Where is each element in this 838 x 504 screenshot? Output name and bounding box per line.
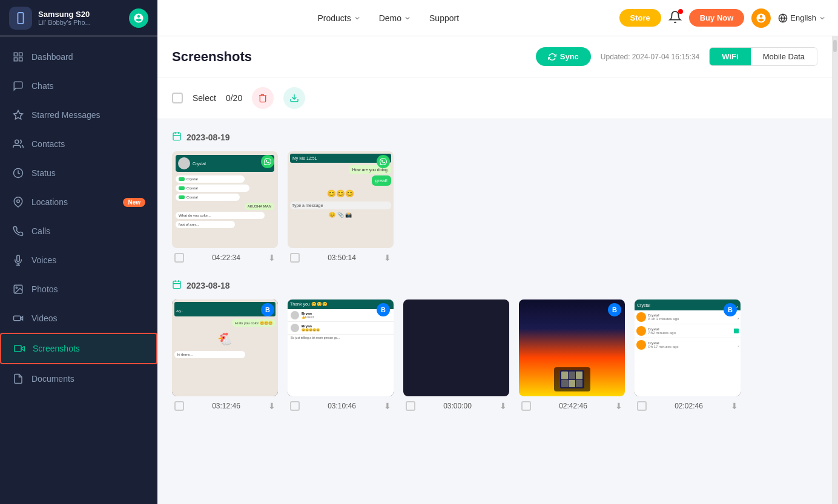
sync-button[interactable]: Sync: [536, 47, 591, 66]
photos-icon: [12, 283, 24, 295]
sidebar-label-voices: Voices: [31, 255, 145, 265]
select-all-checkbox[interactable]: [172, 93, 183, 103]
videos-icon: [12, 312, 24, 324]
date-header-2: 2023-08-18: [172, 280, 817, 291]
whatsapp-badge-4: B: [377, 303, 390, 316]
screenshot-time-1: 04:22:34: [212, 254, 240, 262]
screenshot-thumb-2: My Me 12:51 How are you doing great! 😊😊😊…: [288, 151, 394, 248]
sidebar-item-screenshots[interactable]: Screenshots: [0, 333, 157, 364]
sidebar-label-starred: Starred Messages: [31, 110, 145, 120]
scrollbar-thumb[interactable]: [833, 40, 837, 52]
header-actions: Sync Updated: 2024-07-04 16:15:34 WiFi M…: [536, 47, 817, 66]
screenshot-footer-2: 03:50:14 ⬇: [288, 248, 394, 265]
svg-point-9: [15, 140, 19, 143]
wifi-button[interactable]: WiFi: [710, 48, 750, 65]
sidebar-item-videos[interactable]: Videos: [0, 304, 157, 333]
screenshot-checkbox-2[interactable]: [290, 253, 300, 263]
sidebar-item-locations[interactable]: Locations New: [0, 188, 157, 217]
star-icon: [12, 109, 24, 121]
whatsapp-badge-6: B: [608, 303, 621, 316]
download-icon-4[interactable]: ⬇: [384, 401, 391, 411]
screenshot-footer-1: 04:22:34 ⬇: [172, 248, 278, 265]
sidebar-item-voices[interactable]: Voices: [0, 246, 157, 275]
brand-section: Samsung S20 Lil' Bobby's Pho...: [0, 0, 157, 36]
screenshot-thumb-1: Crystal Crystal Crystal Crystal AKUSHA M…: [172, 151, 278, 248]
nav-right: Store Buy Now English: [619, 0, 839, 36]
screenshot-footer-6: 02:42:46 ⬇: [519, 396, 625, 413]
buy-now-button[interactable]: Buy Now: [689, 9, 745, 27]
svg-point-11: [17, 200, 20, 203]
language-selector[interactable]: English: [778, 13, 826, 23]
screenshot-thumb-3: Aly.. Hi its you color 😄😄😄 🐔 hi there...…: [172, 299, 278, 396]
list-item: B 02:42:46 ⬇: [519, 299, 625, 413]
download-icon-7[interactable]: ⬇: [731, 401, 738, 411]
download-all-button[interactable]: [283, 87, 305, 109]
select-label: Select: [193, 93, 216, 103]
download-icon-6[interactable]: ⬇: [615, 401, 622, 411]
svg-rect-18: [15, 345, 21, 352]
list-item: Crystal CrystalA 1h 3 minutes ago: [635, 299, 741, 413]
sidebar-item-starred[interactable]: Starred Messages: [0, 100, 157, 129]
screenshot-checkbox-3[interactable]: [174, 401, 184, 411]
sidebar: Dashboard Chats Starred Messages Contact…: [0, 36, 157, 504]
screenshot-time-3: 03:12:46: [212, 402, 240, 410]
date-header-1: 2023-08-19: [172, 131, 817, 143]
svg-rect-4: [14, 53, 17, 56]
screenshot-checkbox-4[interactable]: [290, 401, 300, 411]
nav-demo[interactable]: Demo: [379, 13, 411, 23]
screenshot-time-7: 02:02:46: [675, 402, 703, 410]
device-info: Samsung S20 Lil' Bobby's Pho...: [38, 10, 91, 26]
svg-point-15: [16, 287, 17, 288]
svg-rect-20: [173, 133, 180, 140]
whatsapp-badge-7: B: [724, 303, 737, 316]
brand-avatar: [129, 8, 148, 28]
mobile-data-button[interactable]: Mobile Data: [751, 48, 817, 65]
calls-icon: [12, 225, 24, 237]
screenshot-thumb-4: Thank you 😊😊😊 Bryan 👍Friend: [288, 299, 394, 396]
download-icon-3[interactable]: ⬇: [268, 401, 275, 411]
dashboard-icon: [12, 51, 24, 63]
sidebar-item-status[interactable]: Status: [0, 159, 157, 188]
notifications-bell[interactable]: [668, 10, 682, 26]
store-button[interactable]: Store: [619, 9, 661, 27]
date-section-2023-08-19: 2023-08-19 Crystal Cry: [172, 131, 817, 265]
download-icon-1[interactable]: ⬇: [268, 253, 275, 263]
svg-rect-6: [19, 58, 22, 61]
sidebar-label-chats: Chats: [31, 81, 145, 91]
list-item: Crystal Crystal Crystal Crystal AKUSHA M…: [172, 151, 278, 265]
date-label-2: 2023-08-18: [186, 281, 230, 290]
sidebar-item-photos[interactable]: Photos: [0, 275, 157, 304]
screenshot-footer-4: 03:10:46 ⬇: [288, 396, 394, 413]
screenshot-time-5: 03:00:00: [443, 402, 472, 410]
svg-rect-24: [173, 281, 180, 289]
list-item: Aly.. Hi its you color 😄😄😄 🐔 hi there...…: [172, 299, 278, 413]
svg-rect-7: [14, 58, 17, 61]
screenshot-time-6: 02:42:46: [559, 402, 587, 410]
screenshots-scrollable[interactable]: 2023-08-19 Crystal Cry: [157, 119, 832, 504]
screenshot-checkbox-7[interactable]: [637, 401, 647, 411]
whatsapp-badge-2: [377, 155, 390, 168]
sidebar-item-dashboard[interactable]: Dashboard: [0, 42, 157, 71]
download-icon-2[interactable]: ⬇: [384, 253, 391, 263]
delete-button[interactable]: [252, 87, 274, 109]
notification-dot: [678, 9, 683, 14]
sidebar-item-calls[interactable]: Calls: [0, 217, 157, 246]
screenshot-checkbox-5[interactable]: [406, 401, 415, 411]
sidebar-item-chats[interactable]: Chats: [0, 71, 157, 100]
screenshot-thumb-7: Crystal CrystalA 1h 3 minutes ago: [635, 299, 741, 396]
nav-support[interactable]: Support: [429, 13, 459, 23]
sidebar-item-documents[interactable]: Documents: [0, 364, 157, 393]
sidebar-label-locations: Locations: [31, 197, 116, 207]
documents-icon: [12, 373, 24, 385]
download-icon-5[interactable]: ⬇: [500, 401, 507, 411]
nav-products[interactable]: Products: [317, 13, 360, 23]
screenshot-thumb-5: [403, 299, 509, 396]
voices-icon: [12, 254, 24, 266]
date-section-2023-08-18: 2023-08-18 Aly.. Hi its you color 😄😄😄: [172, 280, 817, 413]
screenshot-checkbox-1[interactable]: [174, 253, 184, 263]
page-title: Screenshots: [172, 49, 252, 65]
user-avatar[interactable]: [751, 8, 771, 28]
sidebar-item-contacts[interactable]: Contacts: [0, 129, 157, 159]
screenshot-checkbox-6[interactable]: [521, 401, 531, 411]
screenshot-footer-5: 03:00:00 ⬇: [403, 396, 509, 413]
